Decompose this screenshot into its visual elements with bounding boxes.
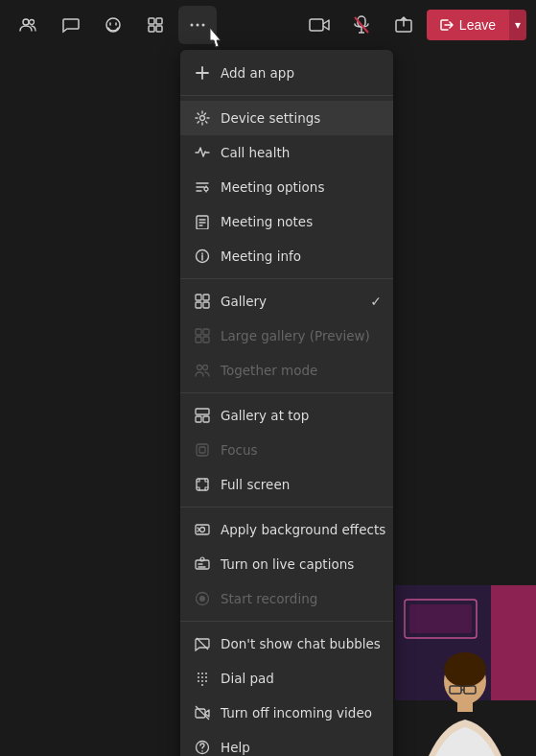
menu-item-call-health[interactable]: Call health	[180, 135, 393, 170]
people-icon	[19, 15, 38, 35]
focus-label: Focus	[221, 442, 258, 458]
divider-4	[180, 507, 393, 508]
svg-rect-25	[203, 329, 209, 335]
view-icon	[146, 15, 165, 35]
reactions-button[interactable]	[94, 6, 132, 44]
together-mode-label: Together mode	[221, 363, 317, 378]
meeting-notes-label: Meeting notes	[221, 214, 313, 229]
svg-rect-57	[491, 585, 536, 700]
svg-rect-33	[197, 444, 208, 456]
dont-show-chat-label: Don't show chat bubbles	[221, 636, 381, 651]
menu-item-meeting-notes[interactable]: Meeting notes	[180, 204, 393, 239]
menu-item-add-app[interactable]: Add an app	[180, 56, 393, 90]
video-background	[395, 585, 536, 756]
menu-item-gallery-at-top[interactable]: Gallery at top	[180, 398, 393, 433]
pulse-icon	[194, 144, 211, 161]
leave-button[interactable]: Leave	[427, 10, 509, 40]
menu-item-full-screen[interactable]: Full screen	[180, 467, 393, 502]
svg-rect-22	[196, 302, 201, 308]
svg-point-7	[191, 24, 194, 27]
svg-rect-26	[196, 337, 201, 343]
background-icon	[194, 521, 211, 538]
menu-item-help[interactable]: Help	[180, 730, 393, 756]
menu-item-dial-pad[interactable]: Dial pad	[180, 661, 393, 696]
svg-rect-32	[203, 416, 209, 422]
more-button[interactable]	[178, 6, 217, 44]
camera-icon	[309, 16, 330, 34]
reactions-icon	[104, 15, 123, 35]
large-gallery-label: Large gallery (Preview)	[221, 328, 370, 343]
call-health-label: Call health	[221, 145, 290, 160]
leave-chevron-button[interactable]: ▾	[509, 10, 526, 40]
menu-item-device-settings[interactable]: Device settings	[180, 101, 393, 135]
svg-point-29	[203, 366, 208, 370]
svg-rect-23	[203, 302, 209, 308]
svg-rect-30	[196, 409, 209, 414]
live-captions-label: Turn on live captions	[221, 556, 354, 572]
svg-point-48	[205, 676, 207, 678]
gallery-at-top-label: Gallery at top	[221, 408, 309, 423]
toolbar: Leave ▾	[0, 0, 536, 50]
svg-rect-60	[409, 604, 472, 633]
view-button[interactable]	[136, 6, 175, 44]
svg-rect-24	[196, 329, 201, 335]
share-button[interactable]	[385, 6, 423, 44]
share-icon	[394, 15, 413, 35]
divider-2	[180, 278, 393, 279]
menu-item-together-mode: Together mode	[180, 353, 393, 388]
svg-rect-3	[149, 18, 154, 24]
menu-item-live-captions[interactable]: Turn on live captions	[180, 547, 393, 581]
menu-item-apply-background[interactable]: Apply background effects	[180, 512, 393, 547]
video-off-icon	[194, 704, 211, 721]
svg-rect-10	[310, 19, 323, 31]
svg-rect-63	[457, 700, 473, 712]
mic-muted-icon	[353, 15, 370, 35]
meeting-options-label: Meeting options	[221, 179, 324, 195]
meeting-info-label: Meeting info	[221, 248, 301, 264]
menu-item-dont-show-chat[interactable]: Don't show chat bubbles	[180, 626, 393, 661]
plus-icon	[194, 64, 211, 82]
dialpad-icon	[194, 670, 211, 687]
svg-point-64	[444, 652, 486, 687]
menu-item-gallery[interactable]: Gallery ✓	[180, 284, 393, 319]
svg-point-9	[202, 24, 205, 27]
svg-point-37	[200, 528, 205, 532]
svg-point-2	[106, 18, 120, 32]
together-icon	[194, 362, 211, 379]
people-button[interactable]	[10, 6, 48, 44]
mic-button[interactable]	[342, 6, 381, 44]
leave-group: Leave ▾	[427, 10, 526, 40]
svg-rect-27	[203, 337, 209, 343]
options-icon	[194, 178, 211, 196]
svg-rect-36	[196, 525, 209, 534]
divider-3	[180, 392, 393, 393]
chat-button[interactable]	[52, 6, 90, 44]
svg-rect-4	[156, 18, 162, 24]
video-thumbnail	[395, 585, 536, 756]
help-icon	[194, 739, 211, 756]
settings-icon	[194, 109, 211, 127]
svg-rect-6	[156, 26, 162, 32]
svg-point-50	[201, 680, 203, 682]
svg-point-51	[205, 680, 207, 682]
menu-item-meeting-options[interactable]: Meeting options	[180, 170, 393, 204]
dial-pad-label: Dial pad	[221, 671, 274, 686]
menu-item-meeting-info[interactable]: Meeting info	[180, 239, 393, 273]
svg-rect-34	[199, 447, 205, 453]
camera-button[interactable]	[300, 6, 338, 44]
turn-off-video-label: Turn off incoming video	[221, 705, 372, 721]
gallery-checkmark: ✓	[370, 294, 382, 309]
chat-off-icon	[194, 635, 211, 652]
menu-item-focus: Focus	[180, 433, 393, 467]
svg-point-49	[198, 680, 199, 682]
svg-point-52	[201, 684, 203, 686]
device-settings-label: Device settings	[221, 110, 320, 126]
svg-rect-21	[203, 295, 209, 300]
chat-icon	[61, 15, 81, 35]
svg-point-1	[30, 20, 35, 25]
menu-item-turn-off-video[interactable]: Turn off incoming video	[180, 696, 393, 730]
add-app-label: Add an app	[221, 65, 294, 81]
svg-rect-35	[197, 479, 208, 490]
svg-point-28	[198, 366, 202, 370]
apply-background-label: Apply background effects	[221, 522, 385, 537]
